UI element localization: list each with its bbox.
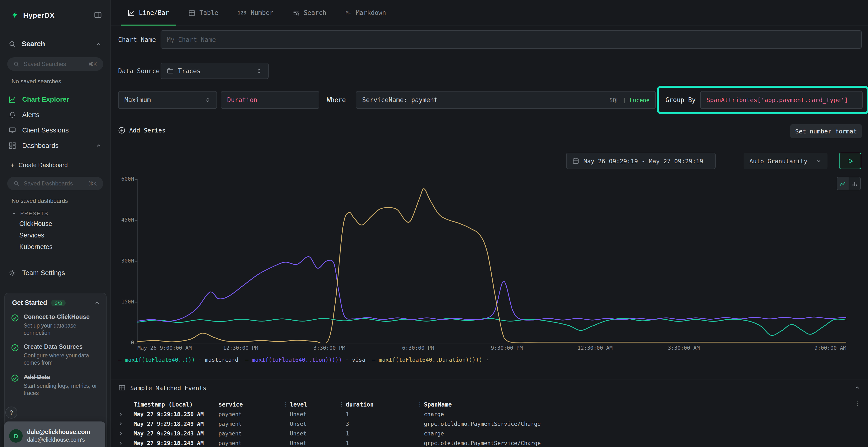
where-field[interactable]: ServiceName: payment SQL | Lucene — [356, 91, 656, 109]
column-header-spanname[interactable]: ⋮SpanName — [424, 401, 868, 408]
column-resize-grip[interactable]: ⋮ — [417, 401, 423, 408]
sidebar-section-search[interactable]: Search — [0, 37, 111, 51]
preset-item-services[interactable]: Services — [0, 229, 111, 241]
row-expand-icon[interactable] — [118, 421, 133, 426]
column-header-service[interactable]: service — [218, 401, 290, 408]
cell-timestamp: May 27 9:29:18.250 AM — [133, 411, 218, 418]
get-started-item-connect[interactable]: Connect to ClickHouse Set up your databa… — [5, 306, 106, 337]
table-row[interactable]: May 27 9:29:18.249 AM payment Unset 3 gr… — [111, 419, 868, 429]
legend-expr: maxIf(toFloat640..Duration))))) — [379, 356, 482, 363]
create-dashboard-button[interactable]: + Create Dashboard — [0, 160, 111, 171]
divider — [111, 121, 868, 122]
sidebar-item-dashboards[interactable]: Dashboards — [0, 138, 111, 153]
legend-item[interactable]: — maxIf(toFloat640..Duration))))) · — [372, 356, 489, 363]
help-button[interactable]: ? — [5, 407, 18, 419]
add-series-button[interactable]: Add Series — [118, 127, 166, 134]
timeseries-chart[interactable] — [137, 179, 846, 343]
sidebar-item-alerts[interactable]: Alerts — [0, 107, 111, 122]
cell-spanname: grpc.oteldemo.PaymentService/Charge — [424, 420, 868, 427]
date-range-picker[interactable]: May 26 09:29:19 - May 27 09:29:19 — [566, 153, 716, 169]
legend-item[interactable]: — maxIf(toFloat640..))) · mastercard — [118, 356, 239, 363]
set-number-format-button[interactable]: Set number format — [790, 124, 862, 138]
y-tick-label: 150M — [111, 299, 134, 305]
preset-item-kubernetes[interactable]: Kubernetes — [0, 241, 111, 252]
legend-item[interactable]: — maxIf(toFloat640..tion))))) · visa — [245, 356, 366, 363]
main-content: Line/Bar Table 123 Number Search M↓ Mark… — [111, 0, 868, 447]
y-tick-mark — [135, 179, 137, 180]
plus-circle-icon — [118, 127, 125, 134]
sidebar-item-chart-explorer[interactable]: Chart Explorer — [0, 92, 111, 107]
y-tick-mark — [135, 261, 137, 262]
x-tick-label: May 26 9:00:00 AM — [137, 345, 192, 351]
cell-spanname: charge — [424, 430, 868, 437]
date-range-value: May 26 09:29:19 - May 27 09:29:19 — [584, 157, 703, 165]
cell-duration: 1 — [346, 430, 424, 437]
tab-label: Search — [304, 9, 327, 16]
user-menu[interactable]: D dale@clickhouse.com dale@clickhouse.co… — [4, 421, 105, 447]
get-started-item-add-data[interactable]: Add Data Start sending logs, metrics, or… — [5, 367, 106, 397]
cell-timestamp: May 27 9:29:18.243 AM — [133, 440, 218, 447]
get-started-item-title: Add Data — [24, 373, 91, 381]
bar-chart-icon — [851, 180, 858, 187]
granularity-select[interactable]: Auto Granularity — [744, 153, 828, 169]
sidebar-item-label: Dashboards — [22, 142, 59, 149]
column-header-level[interactable]: ⋮level — [290, 401, 346, 408]
get-started-header[interactable]: Get Started 3/3 — [5, 294, 106, 306]
chart-series-line-1 — [137, 257, 846, 321]
column-resize-grip[interactable]: ⋮ — [339, 401, 344, 408]
logo-row: HyperDX — [0, 0, 111, 30]
get-started-item-data-sources[interactable]: Create Data Sources Configure where your… — [5, 337, 106, 367]
row-expand-icon[interactable] — [118, 441, 133, 446]
column-resize-grip[interactable]: ⋮ — [283, 401, 288, 408]
events-title: Sample Matched Events — [130, 384, 207, 391]
data-source-select[interactable]: Traces — [161, 63, 269, 79]
chart-name-field[interactable] — [161, 30, 862, 49]
sidebar-collapse-icon — [94, 11, 102, 19]
legend-dash: — — [118, 356, 122, 363]
table-row[interactable]: May 27 9:29:18.243 AM payment Unset 1 gr… — [111, 438, 868, 447]
bar-chart-toggle[interactable] — [848, 177, 860, 190]
legend-group: visa — [352, 356, 365, 363]
collapse-section-icon[interactable] — [854, 384, 860, 391]
hyperdx-app: HyperDX Search Saved Searches ⌘K No save… — [0, 0, 868, 447]
create-dashboard-label: Create Dashboard — [19, 162, 68, 169]
sql-toggle[interactable]: SQL — [609, 97, 619, 103]
search-icon — [13, 181, 19, 186]
aggregation-select[interactable]: Maximum — [118, 91, 217, 109]
events-header[interactable]: Sample Matched Events — [111, 380, 868, 396]
tab-markdown[interactable]: M↓ Markdown — [336, 0, 396, 26]
group-by-field[interactable]: SpanAttributes['app.payment.card_type'] — [700, 91, 863, 109]
preset-item-clickhouse[interactable]: ClickHouse — [0, 218, 111, 229]
run-query-button[interactable] — [839, 153, 861, 169]
query-language-toggle[interactable]: SQL | Lucene — [609, 97, 650, 103]
sidebar-collapse-button[interactable] — [94, 11, 102, 19]
sidebar-item-client-sessions[interactable]: Client Sessions — [0, 122, 111, 138]
column-header-duration[interactable]: ⋮duration — [346, 401, 424, 408]
table-menu-icon[interactable]: ⋮ — [855, 400, 860, 407]
chart-name-input[interactable] — [167, 36, 856, 43]
row-expand-icon[interactable] — [118, 431, 133, 436]
lucene-toggle[interactable]: Lucene — [629, 97, 650, 103]
table-row[interactable]: May 27 9:29:18.250 AM payment Unset 1 ch… — [111, 409, 868, 419]
table-icon — [188, 9, 195, 16]
presets-toggle[interactable]: PRESETS — [11, 209, 111, 218]
tab-table[interactable]: Table — [179, 0, 228, 26]
tab-search[interactable]: Search — [283, 0, 336, 26]
group-by-label: Group By — [665, 91, 695, 109]
tab-line-bar[interactable]: Line/Bar — [118, 0, 179, 26]
sidebar-item-team-settings[interactable]: Team Settings — [0, 266, 111, 279]
saved-dashboards-input[interactable]: Saved Dashboards ⌘K — [7, 177, 103, 190]
table-row[interactable]: May 27 9:29:18.243 AM payment Unset 1 ch… — [111, 429, 868, 438]
cell-duration: 1 — [346, 411, 424, 418]
row-expand-icon[interactable] — [118, 412, 133, 417]
tab-number[interactable]: 123 Number — [228, 0, 283, 26]
gear-icon — [9, 269, 16, 276]
x-tick-label: 6:30:00 PM — [402, 345, 434, 351]
shortcut-badge: ⌘K — [88, 180, 97, 187]
cell-service: payment — [218, 440, 290, 447]
x-tick-label: 9:00:00 AM — [814, 345, 846, 351]
column-header-timestamp[interactable]: Timestamp (Local) — [133, 401, 218, 408]
field-select[interactable]: Duration — [221, 91, 319, 109]
x-tick-label: 12:30:00 PM — [223, 345, 258, 351]
saved-searches-input[interactable]: Saved Searches ⌘K — [7, 57, 103, 71]
